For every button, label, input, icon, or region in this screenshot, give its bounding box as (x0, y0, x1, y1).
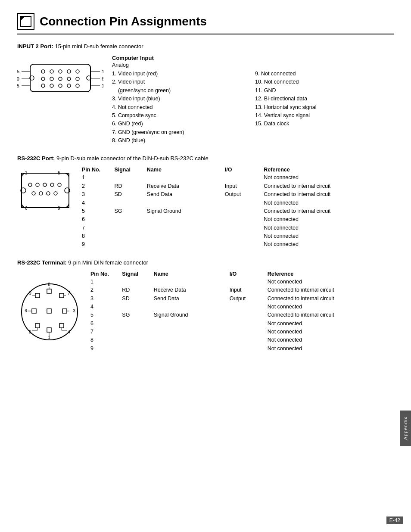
rs232c-terminal-pin-table: Pin No. Signal Name I/O Reference 1 Not … (90, 271, 394, 353)
svg-point-8 (67, 70, 71, 73)
signal-cell (114, 215, 146, 224)
page-number: E-42 (386, 516, 403, 524)
th-name: Name (147, 167, 225, 174)
ci-left: 1. Video input (red) 2. Video input (gre… (112, 70, 251, 145)
pin-no-cell: 5 (82, 207, 114, 215)
svg-rect-66 (47, 328, 51, 332)
reference-cell: Not connected (264, 232, 394, 240)
table-row: 9 Not connected (82, 240, 394, 249)
signal-cell: SD (122, 295, 153, 303)
table-row: 2 RD Receive Data Input Connected to int… (82, 182, 394, 190)
io-cell (230, 345, 268, 353)
table-row: 1 Not connected (82, 174, 394, 182)
rs232c-terminal-body: 8 9 7 6 3 (17, 271, 394, 353)
table-row: 5 SG Signal Ground Connected to internal… (90, 311, 394, 319)
header-icon (17, 13, 34, 30)
svg-text:2: 2 (29, 330, 31, 334)
svg-point-13 (67, 77, 71, 81)
pin-no-cell: 6 (90, 320, 122, 328)
pin-no-cell: 7 (90, 328, 122, 336)
th-pin-no: Pin No. (82, 167, 114, 174)
svg-point-18 (67, 84, 71, 87)
analog-label: Analog (112, 62, 394, 68)
pin-no-cell: 4 (82, 199, 114, 207)
name-cell (147, 224, 225, 232)
pin-no-cell: 7 (82, 224, 114, 232)
rs232c-port-section: RS-232C Port: 9-pin D-sub male connector… (17, 155, 394, 249)
signal-cell: RD (114, 182, 146, 190)
reference-cell: Connected to internal circuit (268, 295, 394, 303)
computer-input-body: 1. Video input (red) 2. Video input (gre… (112, 70, 394, 145)
io-cell (230, 328, 268, 336)
signal-cell (122, 345, 153, 353)
name-cell (154, 336, 230, 344)
svg-rect-57 (32, 309, 36, 313)
svg-point-11 (50, 77, 53, 81)
name-cell: Send Data (147, 190, 225, 199)
th-io: I/O (225, 167, 264, 174)
rs232c-terminal-section: RS-232C Terminal: 9-pin Mini DIN female … (17, 259, 394, 353)
svg-point-15 (41, 84, 45, 87)
io-cell (225, 215, 264, 224)
input2-body: 5 10 15 1 6 11 Computer Input Analog (17, 55, 394, 145)
svg-text:5: 5 (17, 69, 19, 74)
io-cell (230, 336, 268, 344)
pin-no-cell: 3 (82, 190, 114, 199)
table-row: 8 Not connected (82, 232, 394, 240)
rs232c-port-pin-table: Pin No. Signal Name I/O Reference 1 Not … (82, 167, 394, 249)
name-cell (147, 215, 225, 224)
page: Connection Pin Assignments INPUT 2 Port:… (0, 0, 411, 380)
ci-right: 9. Not connected 10. Not connected 11. G… (255, 70, 394, 145)
svg-point-42 (47, 192, 50, 195)
svg-point-35 (28, 183, 32, 187)
svg-rect-55 (59, 293, 64, 298)
reference-cell: Connected to internal circuit (268, 286, 394, 294)
pin-no-cell: 1 (90, 278, 122, 286)
reference-cell: Not connected (264, 174, 394, 182)
table-row: 3 SD Send Data Output Connected to inter… (82, 190, 394, 199)
io-cell (225, 174, 264, 182)
reference-cell: Not connected (268, 320, 394, 328)
name-cell (154, 328, 230, 336)
io-cell (225, 224, 264, 232)
name-cell: Signal Ground (154, 311, 230, 319)
signal-cell (122, 303, 153, 311)
input2-section: INPUT 2 Port: 15-pin mini D-sub female c… (17, 43, 394, 145)
table-row: 4 Not connected (82, 199, 394, 207)
computer-input-title: Computer Input (112, 55, 394, 61)
svg-text:6: 6 (102, 76, 103, 81)
io-cell (225, 199, 264, 207)
pin-no-cell: 9 (82, 240, 114, 249)
signal-cell: SD (114, 190, 146, 199)
th-signal: Signal (114, 167, 146, 174)
reference-cell: Not connected (268, 336, 394, 344)
svg-rect-34 (22, 173, 69, 208)
th-signal-t: Signal (122, 271, 153, 278)
io-cell (225, 207, 264, 215)
signal-cell: RD (122, 286, 153, 294)
signal-cell (114, 199, 146, 207)
pin-no-cell: 6 (82, 215, 114, 224)
svg-point-41 (39, 192, 43, 195)
svg-point-9 (76, 70, 79, 73)
mini-din-diagram: 8 9 7 6 3 (17, 271, 82, 350)
page-number-wrap: E-42 (386, 516, 403, 524)
io-cell: Input (230, 286, 268, 294)
pin-no-cell: 2 (90, 286, 122, 294)
signal-cell (114, 240, 146, 249)
svg-point-39 (58, 183, 61, 187)
name-cell (154, 320, 230, 328)
signal-cell (114, 174, 146, 182)
appendix-tab: Appendix (400, 411, 411, 446)
reference-cell: Connected to internal circuit (268, 311, 394, 319)
reference-cell: Connected to internal circuit (264, 190, 394, 199)
pin-no-cell: 3 (90, 295, 122, 303)
io-cell (225, 240, 264, 249)
svg-rect-64 (59, 324, 64, 328)
table-row: 3 SD Send Data Output Connected to inter… (90, 295, 394, 303)
svg-marker-3 (21, 16, 25, 21)
svg-text:3: 3 (73, 308, 75, 313)
svg-point-14 (76, 77, 79, 81)
svg-point-36 (36, 183, 39, 187)
svg-point-5 (41, 70, 45, 73)
